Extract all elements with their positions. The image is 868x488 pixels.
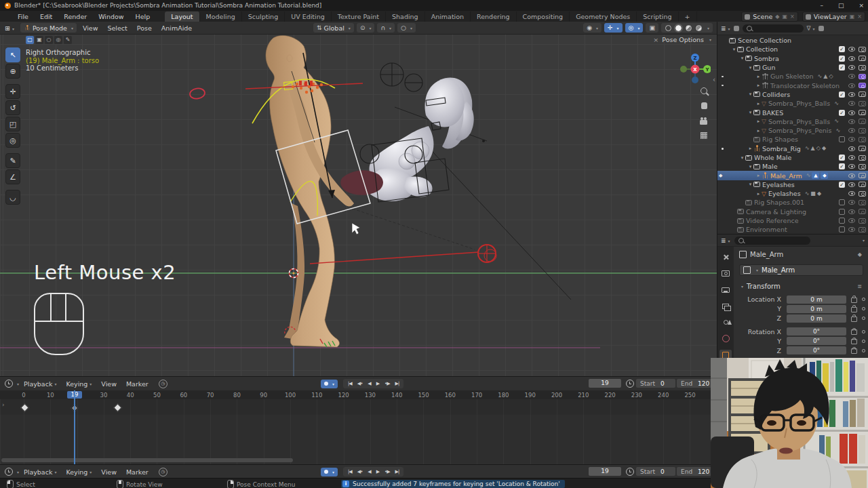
outliner-row-gun[interactable]: ▾Gun✓: [717, 63, 868, 72]
properties-tab-output[interactable]: [719, 285, 732, 295]
checkbox-checked[interactable]: ✓: [839, 64, 845, 70]
decorator-dot-icon[interactable]: [862, 298, 865, 301]
disclosure-open-icon[interactable]: ▾: [747, 182, 753, 187]
pivot-point-selector[interactable]: ⊙▾: [357, 23, 375, 33]
viewport-3d[interactable]: ⊞▾ Pose Mode ▾ ViewSelectPoseAnimAide ⇅ …: [0, 22, 717, 376]
viewport-menu-pose[interactable]: Pose: [132, 24, 157, 32]
checkbox-checked[interactable]: ✓: [839, 163, 845, 169]
outliner-row-eyelashes[interactable]: ▸▽Eyelashes∿■◆: [717, 189, 868, 198]
keyframe-0[interactable]: [20, 403, 29, 412]
auto-keying-toggle[interactable]: ▾: [321, 380, 338, 388]
outliner-row-sombra-phys-balls[interactable]: ▸▽Sombra_Phys_Balls∿: [717, 99, 868, 108]
data-icon[interactable]: ◆: [817, 190, 821, 197]
viewlayer-selector[interactable]: ViewLayer ▣ ×: [802, 12, 865, 22]
hide-eye-icon[interactable]: [848, 47, 855, 52]
properties-tab-scene[interactable]: [719, 317, 732, 327]
hide-eye-icon[interactable]: [848, 65, 855, 70]
viewport-menu-view[interactable]: View: [78, 24, 103, 32]
field-value[interactable]: 0°: [787, 346, 846, 354]
sync-playhead-icon[interactable]: ◷: [159, 468, 167, 476]
hide-eye-icon[interactable]: [848, 146, 855, 151]
breadcrumb-object[interactable]: Male_Arm: [750, 251, 783, 258]
lock-icon[interactable]: [851, 298, 857, 303]
outliner-row-eyelashes[interactable]: ▾Eyelashes✓: [717, 180, 868, 189]
timeline-menu-playback[interactable]: Playback▾: [19, 380, 61, 388]
playhead[interactable]: [74, 390, 75, 465]
prev-keyframe-icon[interactable]: ◀•: [355, 469, 366, 474]
mode-selector[interactable]: Pose Mode ▾: [20, 23, 77, 33]
field-value[interactable]: 0 m: [787, 314, 846, 323]
workspace-tab-animation[interactable]: Animation: [425, 12, 471, 22]
rendered-shading-icon[interactable]: [696, 25, 702, 31]
maximize-button[interactable]: □: [838, 2, 844, 9]
workspace-tab-rendering[interactable]: Rendering: [471, 12, 517, 22]
outliner-row-environment[interactable]: Environment: [717, 225, 868, 234]
checkbox-checked[interactable]: ✓: [839, 56, 845, 62]
use-preview-range-icon[interactable]: [626, 380, 634, 388]
properties-search-input[interactable]: [734, 237, 810, 245]
keyframe-track[interactable]: [0, 399, 717, 415]
disclosure-open-icon[interactable]: ▾: [747, 92, 753, 97]
annotate-tool[interactable]: ✎: [5, 153, 20, 168]
render-camera-icon[interactable]: [859, 218, 866, 224]
viewport-menu-select[interactable]: Select: [102, 24, 132, 32]
play-icon[interactable]: ▶: [374, 381, 382, 386]
current-frame-field[interactable]: 19: [589, 467, 621, 476]
properties-tab-world[interactable]: [719, 333, 732, 344]
checkbox-unchecked[interactable]: [839, 199, 845, 205]
render-camera-icon[interactable]: [859, 173, 866, 178]
render-camera-icon[interactable]: [859, 164, 866, 169]
select-box-icon[interactable]: ▣: [35, 36, 43, 44]
pin-icon[interactable]: ◆: [775, 14, 779, 20]
next-keyframe-icon[interactable]: •▶: [382, 469, 393, 474]
disclosure-closed-icon[interactable]: ▸: [755, 128, 762, 134]
workspace-tab-sculpting[interactable]: Sculpting: [242, 12, 285, 22]
workspace-tab-uv-editing[interactable]: UV Editing: [285, 12, 332, 22]
timeline-menu-marker[interactable]: Marker: [121, 468, 153, 476]
hide-eye-icon[interactable]: [848, 182, 855, 187]
material-shading-icon[interactable]: [686, 25, 692, 31]
outliner-row-sombra-phys-penis[interactable]: ▸▽Sombra_Phys_Penis∿: [717, 126, 868, 135]
decorator-dot-icon[interactable]: [862, 317, 865, 320]
action-icon[interactable]: ∿: [834, 118, 839, 125]
use-preview-range-icon[interactable]: [626, 468, 634, 476]
next-keyframe-icon[interactable]: •▶: [382, 381, 393, 386]
transform-panel-header[interactable]: ▾ Transform ≣: [739, 283, 863, 290]
xray-toggle[interactable]: ▣: [646, 23, 658, 33]
field-value[interactable]: 0 m: [787, 296, 846, 304]
jump-to-end-icon[interactable]: ▶|: [393, 381, 402, 386]
workspace-tab-texture-paint[interactable]: Texture Paint: [332, 12, 386, 22]
properties-tab-layers[interactable]: [719, 301, 732, 311]
remove-icon[interactable]: ×: [857, 14, 862, 20]
properties-tab-tool[interactable]: [719, 252, 732, 262]
prev-keyframe-icon[interactable]: ◀•: [355, 381, 366, 386]
hide-eye-icon[interactable]: [848, 101, 855, 106]
data-icon[interactable]: ◆: [822, 145, 826, 152]
editor-type-icon[interactable]: ≣▾: [721, 237, 730, 244]
disclosure-closed-icon[interactable]: ▸: [755, 119, 762, 124]
field-value[interactable]: 0°: [787, 327, 846, 336]
panel-options-icon[interactable]: ≣: [857, 283, 862, 289]
select-lasso-icon[interactable]: ◎: [54, 36, 62, 44]
checkbox-unchecked[interactable]: [839, 226, 845, 232]
outliner-row-gun-skeleton[interactable]: ▸Gun Skeleton∿▲◇: [717, 72, 868, 81]
play-icon[interactable]: ▶: [374, 469, 382, 474]
timeline-menu-keying[interactable]: Keying▾: [61, 468, 96, 476]
disclosure-open-icon[interactable]: ▾: [731, 47, 737, 52]
gizmo-y-label[interactable]: Y: [705, 67, 709, 73]
disclosure-closed-icon[interactable]: ▸: [755, 191, 762, 197]
render-camera-icon[interactable]: [859, 137, 866, 142]
outliner-row-whole-male[interactable]: ▾Whole Male✓: [717, 153, 868, 162]
show-gizmo-toggle[interactable]: ✛▾: [604, 23, 623, 33]
render-camera-icon[interactable]: [859, 200, 866, 205]
disclosure-closed-icon[interactable]: ▸: [755, 173, 762, 178]
timeline-menu-view[interactable]: View: [96, 380, 121, 388]
render-camera-icon[interactable]: [859, 110, 866, 115]
editor-type-clock-icon[interactable]: [5, 468, 13, 476]
decorator-dot-icon[interactable]: [862, 330, 865, 333]
render-camera-icon[interactable]: [859, 65, 866, 70]
auto-keying-toggle[interactable]: ▾: [321, 468, 338, 476]
constraint-icon[interactable]: ◇: [829, 73, 833, 80]
gizmo-x-label[interactable]: X: [693, 67, 697, 73]
jump-to-end-icon[interactable]: ▶|: [393, 469, 402, 474]
